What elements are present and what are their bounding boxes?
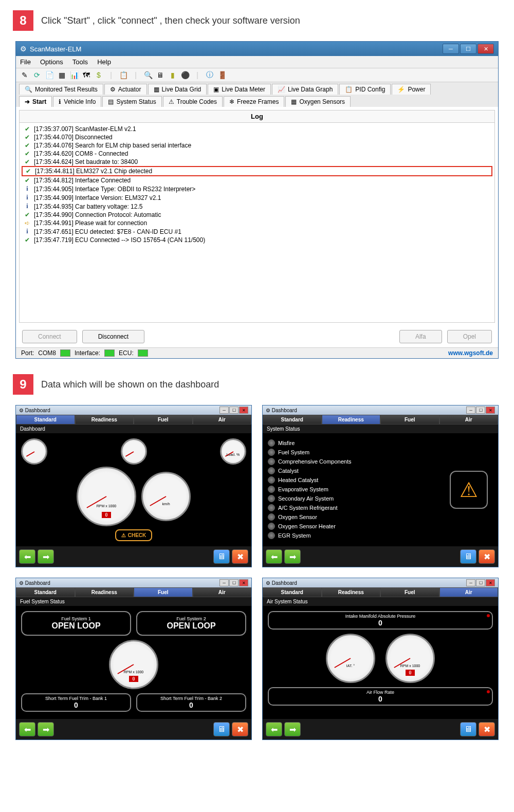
tool-grid-icon[interactable]: ▦ bbox=[57, 70, 66, 80]
tool-money-icon[interactable]: $ bbox=[94, 70, 103, 80]
dash-max-button[interactable]: ☐ bbox=[229, 579, 238, 586]
dash-footer: ⬅➡ 🖥✖ bbox=[16, 719, 251, 740]
prev-button[interactable]: ⬅ bbox=[19, 549, 35, 564]
monitor-button[interactable]: 🖥 bbox=[213, 722, 230, 736]
disconnect-button[interactable]: Disconnect bbox=[82, 330, 144, 343]
cancel-button[interactable]: ✖ bbox=[232, 549, 248, 564]
close-button[interactable]: ✕ bbox=[478, 44, 494, 54]
dash-min-button[interactable]: ─ bbox=[219, 579, 229, 586]
alfa-button[interactable]: Alfa bbox=[399, 330, 442, 343]
dash-close-button[interactable]: ✕ bbox=[486, 407, 495, 414]
dash-tab-fuel[interactable]: Fuel bbox=[134, 587, 193, 597]
menu-help[interactable]: Help bbox=[97, 58, 111, 66]
dash-tab-readiness[interactable]: Readiness bbox=[75, 587, 134, 597]
dash-min-button[interactable]: ─ bbox=[466, 579, 475, 586]
tab-actuator[interactable]: ⚙Actuator bbox=[104, 84, 147, 95]
dash-close-button[interactable]: ✕ bbox=[239, 407, 248, 414]
tool-device-icon[interactable]: ▮ bbox=[168, 70, 177, 80]
website-link[interactable]: www.wgsoft.de bbox=[448, 349, 493, 357]
prev-button[interactable]: ⬅ bbox=[266, 549, 282, 564]
dash-tab-air[interactable]: Air bbox=[193, 587, 252, 597]
log-ok-icon: ✔ bbox=[24, 177, 31, 184]
tool-chart-icon[interactable]: 📊 bbox=[69, 70, 79, 80]
minimize-button[interactable]: ─ bbox=[443, 44, 459, 54]
button-row: Connect Disconnect Alfa Opel bbox=[16, 326, 498, 347]
tab-pid-config[interactable]: 📋PID Config bbox=[339, 84, 391, 95]
system-item-label: EGR System bbox=[278, 532, 311, 539]
tab-icon: 📋 bbox=[345, 86, 353, 93]
tab-icon: ⚙ bbox=[110, 86, 116, 93]
dash-min-button[interactable]: ─ bbox=[466, 407, 475, 414]
dash-max-button[interactable]: ☐ bbox=[476, 579, 485, 586]
window-title: ScanMaster-ELM bbox=[30, 45, 81, 53]
menu-tools[interactable]: Tools bbox=[72, 58, 88, 66]
dash-min-button[interactable]: ─ bbox=[219, 407, 229, 414]
tool-info-icon[interactable]: ⓘ bbox=[205, 70, 214, 80]
dash-tab-air[interactable]: Air bbox=[193, 415, 252, 425]
system-item-label: Fuel System bbox=[278, 449, 309, 455]
tab-live-data-grid[interactable]: ▦Live Data Grid bbox=[148, 84, 207, 95]
log-text: [17:35:44.909] Interface Version: ELM327… bbox=[34, 194, 161, 201]
dash-tab-standard[interactable]: Standard bbox=[263, 587, 322, 597]
dash-tab-fuel[interactable]: Fuel bbox=[134, 415, 193, 425]
dash-tab-readiness[interactable]: Readiness bbox=[75, 415, 134, 425]
tab-vehicle-info[interactable]: ℹVehicle Info bbox=[53, 96, 101, 107]
menubar: FileOptionsToolsHelp bbox=[16, 56, 498, 68]
monitor-button[interactable]: 🖥 bbox=[460, 549, 476, 564]
monitor-button[interactable]: 🖥 bbox=[460, 722, 476, 736]
dash-max-button[interactable]: ☐ bbox=[476, 407, 485, 414]
dash-max-button[interactable]: ☐ bbox=[229, 407, 238, 414]
tool-doc-icon[interactable]: 📄 bbox=[45, 70, 54, 80]
dash-tab-standard[interactable]: Standard bbox=[263, 415, 322, 425]
tool-screen-icon[interactable]: 🖥 bbox=[156, 70, 165, 80]
system-item-label: Oxygen Sensor bbox=[278, 514, 317, 520]
tool-exit-icon[interactable]: 🚪 bbox=[217, 70, 227, 80]
dash-tab-air[interactable]: Air bbox=[439, 587, 499, 597]
next-button[interactable]: ➡ bbox=[38, 549, 54, 564]
tab-freeze-frames[interactable]: ❄Freeze Frames bbox=[224, 96, 284, 107]
menu-options[interactable]: Options bbox=[40, 58, 63, 66]
dash-tab-readiness[interactable]: Readiness bbox=[322, 415, 381, 425]
menu-file[interactable]: File bbox=[20, 58, 31, 66]
dash-tab-fuel[interactable]: Fuel bbox=[380, 587, 439, 597]
log-ok-icon: ✔ bbox=[24, 134, 31, 141]
dash-tab-air[interactable]: Air bbox=[439, 415, 499, 425]
cancel-button[interactable]: ✖ bbox=[232, 722, 248, 736]
log-info-icon: i bbox=[24, 194, 31, 201]
tab-trouble-codes[interactable]: ⚠Trouble Codes bbox=[163, 96, 223, 107]
tab-start[interactable]: ➜Start bbox=[19, 96, 52, 107]
log-text: [17:35:44.624] Set baudrate to: 38400 bbox=[34, 158, 138, 165]
tool-clipboard-icon[interactable]: 📋 bbox=[119, 70, 128, 80]
connect-button[interactable]: Connect bbox=[22, 330, 77, 343]
tool-map-icon[interactable]: 🗺 bbox=[82, 70, 91, 80]
tab-live-data-graph[interactable]: 📈Live Data Graph bbox=[272, 84, 338, 95]
tool-search-icon[interactable]: 🔍 bbox=[143, 70, 153, 80]
interface-label: Interface: bbox=[75, 349, 100, 357]
dash-tab-standard[interactable]: Standard bbox=[16, 587, 75, 597]
dash-close-button[interactable]: ✕ bbox=[239, 579, 248, 586]
status-dot-icon bbox=[268, 458, 275, 465]
dash-tab-standard[interactable]: Standard bbox=[16, 415, 75, 425]
next-button[interactable]: ➡ bbox=[284, 722, 301, 736]
monitor-button[interactable]: 🖥 bbox=[213, 549, 230, 564]
prev-button[interactable]: ⬅ bbox=[266, 722, 282, 736]
cancel-button[interactable]: ✖ bbox=[479, 722, 495, 736]
dash-tab-fuel[interactable]: Fuel bbox=[380, 415, 439, 425]
prev-button[interactable]: ⬅ bbox=[19, 722, 35, 736]
tab-power[interactable]: ⚡Power bbox=[392, 84, 431, 95]
maximize-button[interactable]: ☐ bbox=[460, 44, 476, 54]
next-button[interactable]: ➡ bbox=[38, 722, 54, 736]
tool-refresh-icon[interactable]: ⟳ bbox=[32, 70, 42, 80]
tool-gear-icon[interactable]: ⚫ bbox=[180, 70, 190, 80]
tab-oxygen-sensors[interactable]: ▦Oxygen Sensors bbox=[285, 96, 351, 107]
tab-live-data-meter[interactable]: ▣Live Data Meter bbox=[208, 84, 271, 95]
tab-system-status[interactable]: ▤System Status bbox=[102, 96, 161, 107]
dash-close-button[interactable]: ✕ bbox=[486, 579, 495, 586]
dash-tab-readiness[interactable]: Readiness bbox=[322, 587, 381, 597]
next-button[interactable]: ➡ bbox=[284, 549, 301, 564]
tab-monitored-test-results[interactable]: 🔍Monitored Test Results bbox=[19, 84, 103, 95]
tool-icon[interactable]: ✎ bbox=[20, 70, 29, 80]
cancel-button[interactable]: ✖ bbox=[479, 549, 495, 564]
dash-titlebar: ⚙ Dashboard ─☐✕ bbox=[16, 405, 251, 415]
opel-button[interactable]: Opel bbox=[447, 330, 492, 343]
